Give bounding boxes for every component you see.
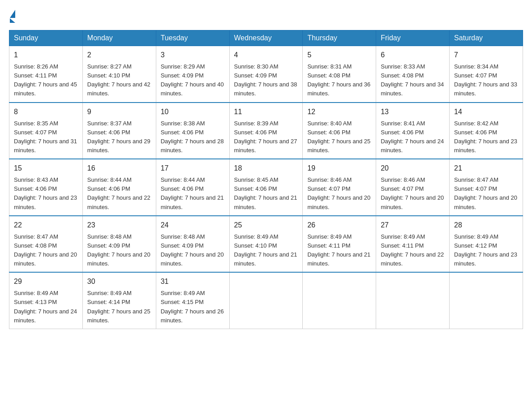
day-number: 24 (161, 220, 225, 231)
day-cell: 28Sunrise: 8:49 AMSunset: 4:12 PMDayligh… (450, 216, 523, 273)
day-cell: 7Sunrise: 8:34 AMSunset: 4:07 PMDaylight… (450, 46, 523, 103)
day-cell (229, 272, 303, 329)
day-cell: 24Sunrise: 8:48 AMSunset: 4:09 PMDayligh… (156, 216, 229, 273)
day-cell: 1Sunrise: 8:26 AMSunset: 4:11 PMDaylight… (9, 46, 83, 103)
day-info: Sunrise: 8:31 AMSunset: 4:08 PMDaylight:… (307, 62, 371, 98)
day-info: Sunrise: 8:49 AMSunset: 4:11 PMDaylight:… (307, 232, 371, 269)
day-number: 17 (161, 163, 225, 174)
day-cell: 5Sunrise: 8:31 AMSunset: 4:08 PMDaylight… (303, 46, 376, 103)
day-number: 10 (161, 107, 225, 117)
page-header (9, 9, 523, 23)
day-info: Sunrise: 8:41 AMSunset: 4:06 PMDaylight:… (381, 119, 445, 155)
day-info: Sunrise: 8:38 AMSunset: 4:06 PMDaylight:… (161, 119, 225, 155)
day-info: Sunrise: 8:40 AMSunset: 4:06 PMDaylight:… (307, 119, 371, 155)
week-row-5: 29Sunrise: 8:49 AMSunset: 4:13 PMDayligh… (9, 272, 523, 329)
day-info: Sunrise: 8:44 AMSunset: 4:06 PMDaylight:… (87, 176, 151, 212)
day-number: 25 (234, 220, 298, 231)
header-monday: Monday (82, 30, 156, 46)
header-thursday: Thursday (303, 30, 376, 46)
day-number: 3 (161, 50, 225, 60)
day-number: 18 (234, 163, 298, 174)
header-friday: Friday (376, 30, 450, 46)
day-number: 23 (87, 220, 151, 231)
day-number: 14 (454, 107, 518, 117)
day-info: Sunrise: 8:37 AMSunset: 4:06 PMDaylight:… (87, 119, 151, 155)
day-number: 21 (454, 163, 518, 174)
day-info: Sunrise: 8:49 AMSunset: 4:12 PMDaylight:… (454, 232, 518, 269)
day-info: Sunrise: 8:47 AMSunset: 4:07 PMDaylight:… (454, 176, 518, 212)
day-cell: 6Sunrise: 8:33 AMSunset: 4:08 PMDaylight… (376, 46, 450, 103)
day-info: Sunrise: 8:48 AMSunset: 4:09 PMDaylight:… (87, 232, 151, 269)
day-cell (376, 272, 450, 329)
header-saturday: Saturday (450, 30, 523, 46)
day-cell: 11Sunrise: 8:39 AMSunset: 4:06 PMDayligh… (229, 103, 303, 159)
day-cell: 2Sunrise: 8:27 AMSunset: 4:10 PMDaylight… (82, 46, 156, 103)
day-number: 16 (87, 163, 151, 174)
day-info: Sunrise: 8:49 AMSunset: 4:10 PMDaylight:… (234, 232, 298, 269)
day-cell: 10Sunrise: 8:38 AMSunset: 4:06 PMDayligh… (156, 103, 229, 159)
day-info: Sunrise: 8:29 AMSunset: 4:09 PMDaylight:… (161, 62, 225, 98)
day-number: 1 (14, 50, 78, 60)
day-cell: 4Sunrise: 8:30 AMSunset: 4:09 PMDaylight… (229, 46, 303, 103)
week-row-1: 1Sunrise: 8:26 AMSunset: 4:11 PMDaylight… (9, 46, 523, 103)
day-cell: 20Sunrise: 8:46 AMSunset: 4:07 PMDayligh… (376, 159, 450, 216)
day-cell (303, 272, 376, 329)
day-info: Sunrise: 8:46 AMSunset: 4:07 PMDaylight:… (307, 176, 371, 212)
day-info: Sunrise: 8:33 AMSunset: 4:08 PMDaylight:… (381, 62, 445, 98)
header-sunday: Sunday (9, 30, 83, 46)
day-cell: 19Sunrise: 8:46 AMSunset: 4:07 PMDayligh… (303, 159, 376, 216)
day-cell: 17Sunrise: 8:44 AMSunset: 4:06 PMDayligh… (156, 159, 229, 216)
day-cell: 8Sunrise: 8:35 AMSunset: 4:07 PMDaylight… (9, 103, 83, 159)
day-info: Sunrise: 8:47 AMSunset: 4:08 PMDaylight:… (14, 232, 78, 269)
day-info: Sunrise: 8:44 AMSunset: 4:06 PMDaylight:… (161, 176, 225, 212)
day-cell: 31Sunrise: 8:49 AMSunset: 4:15 PMDayligh… (156, 272, 229, 329)
day-number: 15 (14, 163, 78, 174)
day-number: 27 (381, 220, 445, 231)
day-cell: 30Sunrise: 8:49 AMSunset: 4:14 PMDayligh… (82, 272, 156, 329)
calendar-table: SundayMondayTuesdayWednesdayThursdayFrid… (9, 30, 523, 329)
day-cell: 16Sunrise: 8:44 AMSunset: 4:06 PMDayligh… (82, 159, 156, 216)
day-info: Sunrise: 8:45 AMSunset: 4:06 PMDaylight:… (234, 176, 298, 212)
day-cell: 15Sunrise: 8:43 AMSunset: 4:06 PMDayligh… (9, 159, 83, 216)
day-number: 7 (454, 50, 518, 60)
day-info: Sunrise: 8:26 AMSunset: 4:11 PMDaylight:… (14, 62, 78, 98)
day-info: Sunrise: 8:35 AMSunset: 4:07 PMDaylight:… (14, 119, 78, 155)
week-row-2: 8Sunrise: 8:35 AMSunset: 4:07 PMDaylight… (9, 103, 523, 159)
day-cell: 14Sunrise: 8:42 AMSunset: 4:06 PMDayligh… (450, 103, 523, 159)
day-info: Sunrise: 8:30 AMSunset: 4:09 PMDaylight:… (234, 62, 298, 98)
day-cell: 12Sunrise: 8:40 AMSunset: 4:06 PMDayligh… (303, 103, 376, 159)
week-row-3: 15Sunrise: 8:43 AMSunset: 4:06 PMDayligh… (9, 159, 523, 216)
day-info: Sunrise: 8:49 AMSunset: 4:13 PMDaylight:… (14, 289, 78, 325)
day-cell: 21Sunrise: 8:47 AMSunset: 4:07 PMDayligh… (450, 159, 523, 216)
day-cell (450, 272, 523, 329)
week-row-4: 22Sunrise: 8:47 AMSunset: 4:08 PMDayligh… (9, 216, 523, 273)
day-number: 6 (381, 50, 445, 60)
day-number: 12 (307, 107, 371, 117)
header-tuesday: Tuesday (156, 30, 229, 46)
day-number: 19 (307, 163, 371, 174)
day-number: 9 (87, 107, 151, 117)
day-info: Sunrise: 8:46 AMSunset: 4:07 PMDaylight:… (381, 176, 445, 212)
day-number: 28 (454, 220, 518, 231)
day-info: Sunrise: 8:48 AMSunset: 4:09 PMDaylight:… (161, 232, 225, 269)
day-info: Sunrise: 8:43 AMSunset: 4:06 PMDaylight:… (14, 176, 78, 212)
day-info: Sunrise: 8:27 AMSunset: 4:10 PMDaylight:… (87, 62, 151, 98)
day-number: 11 (234, 107, 298, 117)
day-info: Sunrise: 8:34 AMSunset: 4:07 PMDaylight:… (454, 62, 518, 98)
day-number: 31 (161, 276, 225, 287)
day-number: 5 (307, 50, 371, 60)
day-number: 4 (234, 50, 298, 60)
day-cell: 13Sunrise: 8:41 AMSunset: 4:06 PMDayligh… (376, 103, 450, 159)
day-number: 13 (381, 107, 445, 117)
day-number: 2 (87, 50, 151, 60)
day-number: 8 (14, 107, 78, 117)
day-info: Sunrise: 8:49 AMSunset: 4:15 PMDaylight:… (161, 289, 225, 325)
day-number: 26 (307, 220, 371, 231)
day-info: Sunrise: 8:49 AMSunset: 4:11 PMDaylight:… (381, 232, 445, 269)
day-number: 20 (381, 163, 445, 174)
day-number: 29 (14, 276, 78, 287)
day-info: Sunrise: 8:39 AMSunset: 4:06 PMDaylight:… (234, 119, 298, 155)
day-number: 30 (87, 276, 151, 287)
header-wednesday: Wednesday (229, 30, 303, 46)
day-number: 22 (14, 220, 78, 231)
